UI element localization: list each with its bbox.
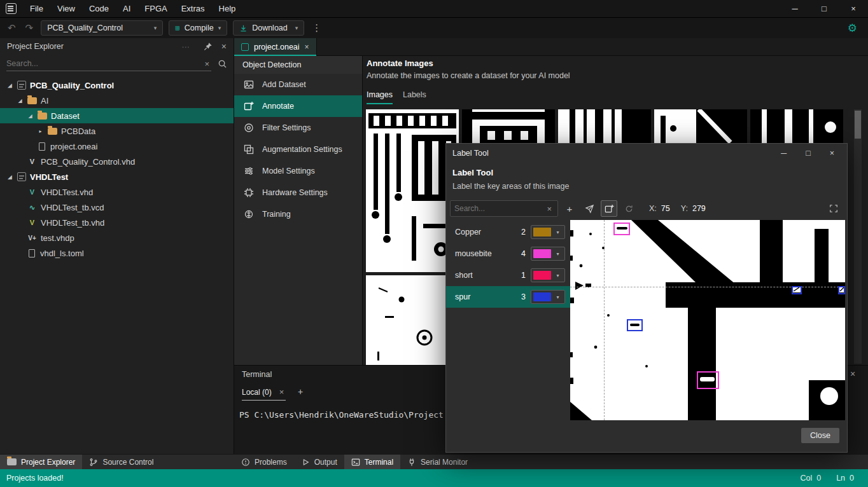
drag-grip-icon[interactable]: ⋯ <box>181 42 191 51</box>
dialog-title-bar[interactable]: Label Tool ─ □ × <box>446 144 847 163</box>
menu-extras[interactable]: Extras <box>174 0 212 17</box>
od-item-hardware-settings[interactable]: Hardware Settings <box>234 182 362 203</box>
clear-search-icon[interactable]: × <box>202 59 211 69</box>
close-terminal-icon[interactable]: × <box>850 369 855 379</box>
label-row-spur[interactable]: spur 3 ▾ <box>446 286 570 308</box>
menu-file[interactable]: File <box>23 0 50 17</box>
close-terminal-tab-icon[interactable]: × <box>277 387 286 397</box>
annotation-box[interactable] <box>697 371 719 389</box>
terminal-prompt[interactable]: PS C:\Users\Hendrik\OneWareStudio\Projec… <box>239 410 444 420</box>
od-item-add-dataset[interactable]: Add Dataset <box>234 74 362 95</box>
menu-help[interactable]: Help <box>212 0 243 17</box>
draw-box-tool-button[interactable] <box>601 200 617 217</box>
images-scrollbar[interactable] <box>854 109 862 364</box>
terminal-icon <box>351 458 360 467</box>
expand-arrow-icon[interactable]: ◢ <box>27 113 34 119</box>
expand-arrow-icon[interactable]: ◢ <box>6 83 13 88</box>
dialog-close-button[interactable]: Close <box>801 428 839 443</box>
close-button[interactable]: × <box>839 0 868 18</box>
annotation-box[interactable] <box>792 286 802 294</box>
menu-fpga[interactable]: FPGA <box>137 0 174 17</box>
clear-search-icon[interactable]: × <box>545 204 554 214</box>
tab-label: project.oneai <box>254 43 300 51</box>
tree-item-ai[interactable]: ◢AI <box>0 93 234 108</box>
close-tab-icon[interactable]: × <box>305 43 309 51</box>
scrollbar-thumb[interactable] <box>855 111 861 139</box>
label-row-copper[interactable]: Copper 2 ▾ <box>446 221 570 243</box>
tree-item-pcb-quality-control[interactable]: ◢PCB_Quality_Control <box>0 78 234 93</box>
tree-item-pcb-quality-control-vhd[interactable]: VPCB_Quality_Control.vhd <box>0 154 234 169</box>
label-search-input[interactable] <box>454 204 545 213</box>
od-item-augmentation-settings[interactable]: Augmentation Settings <box>234 139 362 160</box>
dialog-maximize-button[interactable]: □ <box>806 149 811 158</box>
close-panel-icon[interactable]: × <box>221 41 227 51</box>
tree-item-vhdl-ls-toml[interactable]: vhdl_ls.toml <box>0 245 234 261</box>
panel-tab-output[interactable]: Output <box>294 455 344 469</box>
dialog-title: Label Tool <box>452 149 489 158</box>
label-color-dropdown[interactable]: ▾ <box>531 225 565 239</box>
toolbar-more-button[interactable]: ⋮ <box>310 22 323 34</box>
tab-project-oneai[interactable]: project.oneai × <box>234 38 317 55</box>
od-item-model-settings[interactable]: Model Settings <box>234 160 362 182</box>
fullscreen-button[interactable] <box>825 200 842 217</box>
tab-images[interactable]: Images <box>367 90 393 104</box>
y-value: 279 <box>692 204 708 213</box>
new-terminal-button[interactable]: + <box>298 387 303 397</box>
tree-item-project-oneai[interactable]: project.oneai <box>0 139 234 154</box>
tree-item-test-vhdp[interactable]: V+test.vhdp <box>0 230 234 245</box>
folder-icon <box>7 458 17 465</box>
pin-icon[interactable] <box>204 42 213 51</box>
menu-ai[interactable]: AI <box>116 0 137 17</box>
od-item-training[interactable]: Training <box>234 203 362 225</box>
panel-tab-source-control[interactable]: Source Control <box>82 455 160 469</box>
annotation-box[interactable] <box>838 286 845 294</box>
label-row-short[interactable]: short 1 ▾ <box>446 264 570 286</box>
compile-button[interactable]: Compile ▾ <box>169 20 227 36</box>
panel-tab-project-explorer[interactable]: Project Explorer <box>0 455 82 469</box>
label-color-dropdown[interactable]: ▾ <box>531 268 565 282</box>
tree-item-vhdltest[interactable]: ◢VHDLTest <box>0 169 234 184</box>
maximize-button[interactable]: □ <box>809 0 839 18</box>
redo-button[interactable]: ↷ <box>24 22 36 34</box>
collapse-arrow-icon[interactable]: ▸ <box>37 128 44 134</box>
settings-gear-icon[interactable]: ⚙ <box>848 22 862 35</box>
app-logo-icon[interactable] <box>6 3 17 14</box>
panel-tab-terminal[interactable]: Terminal <box>344 455 400 469</box>
panel-tab-serial-monitor[interactable]: Serial Monitor <box>400 455 475 469</box>
panel-tab-problems[interactable]: Problems <box>234 455 294 469</box>
add-label-button[interactable]: + <box>561 200 578 217</box>
menu-code[interactable]: Code <box>82 0 116 17</box>
rotate-tool-button[interactable] <box>620 200 637 217</box>
terminal-tab-local[interactable]: Local (0) × <box>242 387 286 401</box>
label-row-mousebite[interactable]: mousebite 4 ▾ <box>446 243 570 264</box>
select-tool-button[interactable] <box>581 200 598 217</box>
annotation-box[interactable] <box>627 319 643 331</box>
tree-item-vhdltest-vhd[interactable]: VVHDLTest.vhd <box>0 184 234 200</box>
expand-arrow-icon[interactable]: ◢ <box>6 174 13 180</box>
filter-icon <box>244 123 254 133</box>
od-item-label: Annotate <box>262 102 294 111</box>
label-color-dropdown[interactable]: ▾ <box>531 290 565 304</box>
minimize-button[interactable]: ─ <box>780 0 809 18</box>
dialog-minimize-button[interactable]: ─ <box>781 149 787 158</box>
annotation-box[interactable] <box>613 223 630 235</box>
tree-item-vhdltest-tb-vcd[interactable]: ∿VHDLTest_tb.vcd <box>0 200 234 215</box>
project-selector-dropdown[interactable]: PCB_Quality_Control ▾ <box>41 20 163 36</box>
od-item-annotate[interactable]: Annotate <box>234 95 362 117</box>
label-image-canvas[interactable] <box>570 220 845 420</box>
label-color-dropdown[interactable]: ▾ <box>531 247 565 261</box>
search-input[interactable] <box>6 59 202 68</box>
folder-icon <box>27 97 37 104</box>
tab-labels[interactable]: Labels <box>403 90 426 104</box>
od-item-filter-settings[interactable]: Filter Settings <box>234 117 362 139</box>
expand-arrow-icon[interactable]: ◢ <box>17 98 24 104</box>
download-button[interactable]: Download ▾ <box>233 20 304 36</box>
search-icon[interactable] <box>218 59 227 69</box>
tree-item-pcbdata[interactable]: ▸PCBData <box>0 123 234 139</box>
file-tree: ◢PCB_Quality_Control ◢AI ◢Dataset ▸PCBDa… <box>0 78 234 261</box>
tree-item-dataset[interactable]: ◢Dataset <box>0 108 234 123</box>
undo-button[interactable]: ↶ <box>6 22 18 34</box>
menu-view[interactable]: View <box>50 0 82 17</box>
tree-item-vhdltest-tb-vhd[interactable]: VVHDLTest_tb.vhd <box>0 215 234 230</box>
dialog-close-icon[interactable]: × <box>830 149 834 158</box>
